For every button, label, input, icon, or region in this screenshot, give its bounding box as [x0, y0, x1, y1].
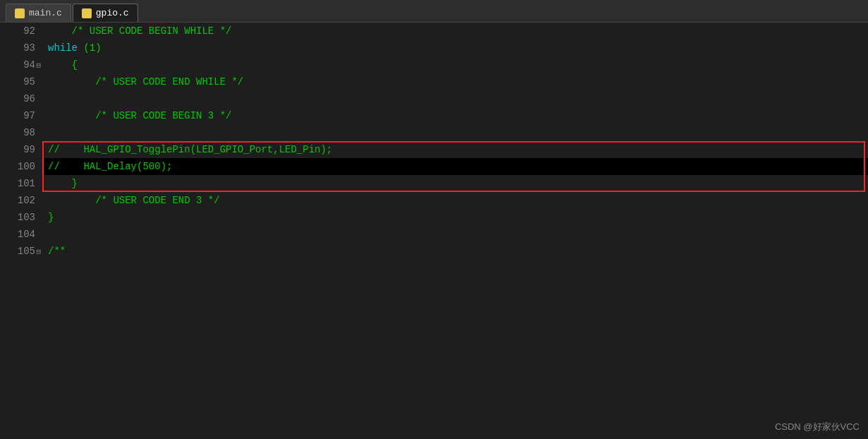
code-line-98 — [42, 124, 868, 141]
line-number-92: 92 — [0, 23, 42, 40]
line-number-93: 93 — [0, 40, 42, 56]
tab-label-main: main.c — [29, 8, 62, 18]
tab-gpio-c[interactable]: gpio.c — [73, 4, 138, 22]
line-number-105: 105⊟ — [0, 243, 42, 260]
code-line-102: /* USER CODE END 3 */ — [42, 192, 868, 209]
fold-icon-94[interactable]: ⊟ — [36, 61, 41, 70]
line-number-102: 102 — [0, 192, 42, 209]
line-number-95: 95 — [0, 73, 42, 90]
code-line-103: } — [42, 209, 868, 226]
code-line-92: /* USER CODE BEGIN WHILE */ — [42, 23, 868, 40]
line-number-99: 99 — [0, 141, 42, 158]
code-line-97: /* USER CODE BEGIN 3 */ — [42, 107, 868, 124]
line-number-101: 101 — [0, 175, 42, 192]
line-number-98: 98 — [0, 124, 42, 141]
tab-label-gpio: gpio.c — [96, 8, 129, 18]
code-line-105: /** — [42, 243, 868, 260]
tab-bar: main.c gpio.c — [0, 0, 868, 23]
code-line-95: /* USER CODE END WHILE */ — [42, 73, 868, 90]
tab-main-c[interactable]: main.c — [6, 4, 71, 22]
code-line-101: } — [42, 175, 868, 192]
file-icon-main — [15, 8, 25, 18]
line-number-94: 94⊟ — [0, 56, 42, 73]
watermark: CSDN @好家伙VCC — [775, 421, 860, 433]
code-line-96 — [42, 90, 868, 107]
fold-icon-105[interactable]: ⊟ — [36, 247, 41, 256]
code-line-99: // HAL_GPIO_TogglePin(LED_GPIO_Port,LED_… — [42, 141, 868, 158]
line-number-97: 97 — [0, 107, 42, 124]
line-number-103: 103 — [0, 209, 42, 226]
line-number-96: 96 — [0, 90, 42, 107]
code-line-93: while (1) — [42, 40, 868, 56]
line-number-100: 100 — [0, 158, 42, 175]
code-editor: 929394⊟9596979899100101102103104105⊟ /* … — [0, 23, 868, 439]
file-icon-gpio — [82, 8, 92, 18]
line-number-gutter: 929394⊟9596979899100101102103104105⊟ — [0, 23, 42, 439]
line-number-104: 104 — [0, 226, 42, 243]
code-line-104 — [42, 226, 868, 243]
code-line-94: { — [42, 56, 868, 73]
code-line-100: // HAL_Delay(500); — [42, 158, 868, 175]
editor-window: main.c gpio.c 929394⊟9596979899100101102… — [0, 0, 868, 439]
code-body[interactable]: /* USER CODE BEGIN WHILE */ while (1) { … — [42, 23, 868, 439]
